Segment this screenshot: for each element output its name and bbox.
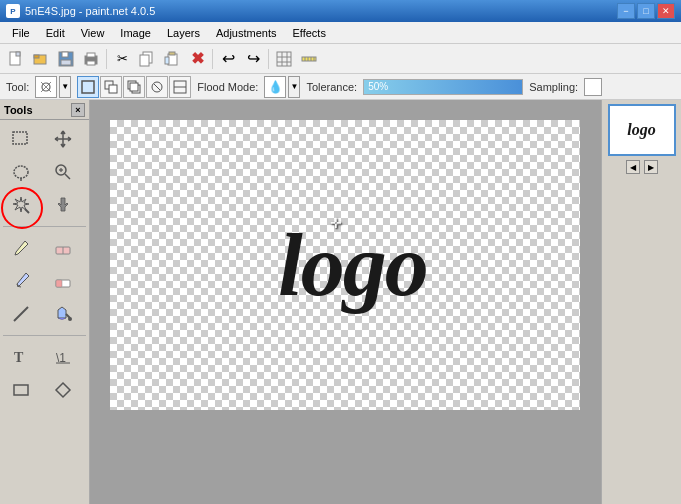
sampling-box[interactable] <box>584 78 602 96</box>
menu-file[interactable]: File <box>4 22 38 43</box>
rectangle-select-tool[interactable] <box>3 123 39 155</box>
svg-line-49 <box>14 307 28 321</box>
save-button[interactable] <box>54 47 78 71</box>
tool-selector[interactable]: ▼ <box>35 76 71 98</box>
svg-rect-28 <box>109 85 117 93</box>
ellipse-tool[interactable] <box>45 374 81 406</box>
flood-mode-label: Flood Mode: <box>197 81 258 93</box>
tolerance-label: Tolerance: <box>306 81 357 93</box>
cut-button[interactable]: ✂ <box>110 47 134 71</box>
tools-sep-1 <box>3 226 86 227</box>
svg-rect-3 <box>34 55 39 58</box>
move-cursor-icon: ✛ <box>330 215 342 231</box>
nav-right-arrow[interactable]: ▶ <box>644 160 658 174</box>
eraser-tool[interactable] <box>45 265 81 297</box>
preview-logo: logo <box>627 121 655 139</box>
flood-fill-tool[interactable] <box>45 298 81 330</box>
color-eraser-tool[interactable] <box>45 232 81 264</box>
menu-view[interactable]: View <box>73 22 113 43</box>
mode-btn-3[interactable] <box>123 76 145 98</box>
paintbrush-tool[interactable] <box>3 265 39 297</box>
tool-dropdown-arrow[interactable]: ▼ <box>59 76 71 98</box>
tools-panel-header: Tools × <box>0 100 89 120</box>
tools-panel: Tools × <box>0 100 90 504</box>
paste-button[interactable] <box>160 47 184 71</box>
svg-line-43 <box>25 209 29 213</box>
redo-button[interactable]: ↪ <box>241 47 265 71</box>
tool-options-bar: Tool: ▼ Flood Mode: 💧 ▼ Tolerance: 50% S… <box>0 74 681 100</box>
tolerance-slider[interactable]: 50% <box>363 79 523 95</box>
mode-btn-1[interactable] <box>77 76 99 98</box>
grid-button[interactable] <box>272 47 296 71</box>
delete-button[interactable]: ✖ <box>185 47 209 71</box>
ruler-button[interactable] <box>297 47 321 71</box>
svg-line-33 <box>154 84 160 90</box>
flood-mode-selector[interactable]: 💧 ▼ <box>264 76 300 98</box>
flood-mode-icon: 💧 <box>264 76 286 98</box>
new-button[interactable] <box>4 47 28 71</box>
preview-thumbnail: logo <box>608 104 676 156</box>
tolerance-value: 50% <box>368 81 388 92</box>
minimize-button[interactable]: − <box>617 3 635 19</box>
tool-label: Tool: <box>6 81 29 93</box>
undo-button[interactable]: ↩ <box>216 47 240 71</box>
menu-adjustments[interactable]: Adjustments <box>208 22 285 43</box>
rectangle-tool[interactable] <box>3 374 39 406</box>
svg-rect-6 <box>61 60 71 65</box>
nav-left-arrow[interactable]: ◀ <box>626 160 640 174</box>
print-button[interactable] <box>79 47 103 71</box>
menu-edit[interactable]: Edit <box>38 22 73 43</box>
svg-rect-1 <box>16 52 20 56</box>
svg-rect-8 <box>87 53 95 57</box>
text-tool[interactable]: T <box>3 341 39 373</box>
svg-rect-15 <box>277 52 291 66</box>
tools-panel-title: Tools <box>4 104 33 116</box>
canvas-area[interactable]: logo ✛ <box>90 100 601 504</box>
active-tool-icon <box>35 76 57 98</box>
copy-button[interactable] <box>135 47 159 71</box>
main-area: Tools × <box>0 100 681 504</box>
svg-rect-14 <box>165 57 169 64</box>
menu-effects[interactable]: Effects <box>285 22 334 43</box>
pan-tool[interactable] <box>45 189 81 221</box>
preview-panel: logo ◀ ▶ <box>601 100 681 504</box>
tools-grid-2 <box>0 229 89 333</box>
canvas-container: logo ✛ <box>110 120 580 410</box>
svg-point-37 <box>14 166 28 178</box>
svg-rect-31 <box>130 83 138 91</box>
toolbar-sep-1 <box>106 49 107 69</box>
mode-btn-4[interactable] <box>146 76 168 98</box>
menu-image[interactable]: Image <box>112 22 159 43</box>
nav-arrows: ◀ ▶ <box>622 156 662 178</box>
zoom-tool[interactable] <box>45 156 81 188</box>
svg-point-51 <box>68 317 72 321</box>
open-button[interactable] <box>29 47 53 71</box>
tools-panel-close[interactable]: × <box>71 103 85 117</box>
shape-tool[interactable]: \1 <box>45 341 81 373</box>
svg-rect-9 <box>87 61 95 65</box>
close-button[interactable]: ✕ <box>657 3 675 19</box>
wand-tool[interactable] <box>3 189 39 221</box>
svg-rect-11 <box>140 55 149 66</box>
svg-rect-5 <box>62 52 68 57</box>
svg-rect-55 <box>14 385 28 395</box>
maximize-button[interactable]: □ <box>637 3 655 19</box>
mode-btn-5[interactable] <box>169 76 191 98</box>
menu-layers[interactable]: Layers <box>159 22 208 43</box>
svg-rect-13 <box>169 52 175 55</box>
tools-grid-3: T \1 <box>0 338 89 409</box>
svg-rect-26 <box>82 81 94 93</box>
svg-text:T: T <box>14 350 24 365</box>
window-controls: − □ ✕ <box>617 3 675 19</box>
toolbar-sep-2 <box>212 49 213 69</box>
lasso-select-tool[interactable] <box>3 156 39 188</box>
line-curve-tool[interactable] <box>3 298 39 330</box>
flood-mode-dropdown[interactable]: ▼ <box>288 76 300 98</box>
pencil-tool[interactable] <box>3 232 39 264</box>
window-title: 5nE4S.jpg - paint.net 4.0.5 <box>25 5 155 17</box>
tools-sep-2 <box>3 335 86 336</box>
mode-btn-2[interactable] <box>100 76 122 98</box>
menu-bar: File Edit View Image Layers Adjustments … <box>0 22 681 44</box>
canvas-logo: logo <box>278 215 426 316</box>
move-selection-tool[interactable] <box>45 123 81 155</box>
